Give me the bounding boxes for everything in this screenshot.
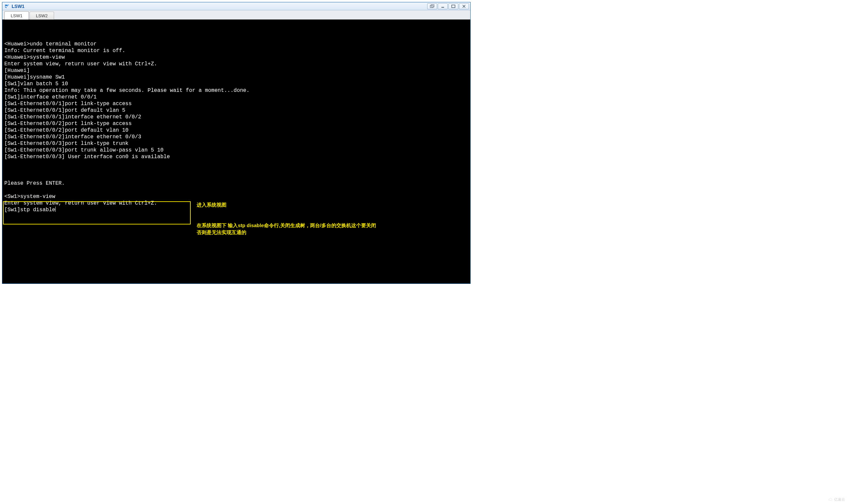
terminal-line	[4, 167, 468, 174]
terminal-line	[4, 174, 468, 180]
terminal-line: Info: This operation may take a few seco…	[4, 87, 468, 94]
annotation-enter-system-view: 进入系统视图	[197, 202, 227, 208]
terminal-line: [Huawei]sysname Sw1	[4, 74, 468, 80]
terminal-line: [Sw1-Ethernet0/0/1]port default vlan 5	[4, 107, 468, 114]
detach-button[interactable]	[427, 3, 437, 9]
terminal-line: Enter system view, return user view with…	[4, 200, 468, 206]
terminal-line	[4, 187, 468, 193]
terminal-line: <Huawei>undo terminal monitor	[4, 41, 468, 48]
svg-rect-3	[441, 7, 444, 7]
terminal-line: [Sw1]vlan batch 5 10	[4, 80, 468, 87]
maximize-button[interactable]	[448, 3, 458, 9]
tab-lsw2[interactable]: LSW2	[30, 12, 54, 20]
terminal-line: [Sw1]interface ethernet 0/0/1	[4, 94, 468, 101]
close-button[interactable]	[459, 3, 469, 9]
terminal-line: [Sw1]stp disable	[4, 206, 468, 213]
title-bar[interactable]: LSW1	[2, 2, 470, 10]
terminal-line: [Sw1-Ethernet0/0/2]interface ethernet 0/…	[4, 133, 468, 140]
tab-label: LSW2	[36, 13, 48, 18]
terminal-line: <Sw1>system-view	[4, 193, 468, 200]
watermark-text: 亿速云	[834, 497, 845, 502]
terminal-line: [Sw1-Ethernet0/0/1]port link-type access	[4, 101, 468, 107]
app-icon	[4, 4, 10, 9]
cloud-icon	[828, 497, 833, 502]
terminal-line: [Sw1-Ethernet0/0/3] User interface con0 …	[4, 154, 468, 160]
window-controls	[427, 3, 469, 9]
terminal-line: <Huawei>system-view	[4, 54, 468, 61]
svg-rect-2	[431, 5, 434, 7]
terminal-line: Info: Current terminal monitor is off.	[4, 48, 468, 54]
terminal-line: Enter system view, return user view with…	[4, 61, 468, 67]
window-title: LSW1	[12, 4, 24, 9]
terminal-line: [Sw1-Ethernet0/0/1]interface ethernet 0/…	[4, 114, 468, 120]
terminal-line: [Sw1-Ethernet0/0/2]port link-type access	[4, 120, 468, 127]
minimize-button[interactable]	[438, 3, 448, 9]
watermark: 亿速云	[828, 497, 845, 502]
annotation-stp-disable-note: 在系统视图下 输入stp disable命令行,关闭生成树，两台/多台的交换机这…	[197, 222, 376, 236]
terminal-output[interactable]: <Huawei>undo terminal monitorInfo: Curre…	[2, 20, 470, 284]
app-window: LSW1 LSW1 LSW2	[2, 2, 471, 284]
svg-rect-1	[430, 5, 433, 7]
terminal-line: Please Press ENTER.	[4, 180, 468, 187]
tab-label: LSW1	[11, 13, 22, 18]
terminal-line: [Sw1-Ethernet0/0/3]port trunk allow-pass…	[4, 147, 468, 154]
tab-strip: LSW1 LSW2	[2, 10, 470, 20]
svg-point-0	[7, 4, 9, 6]
tab-lsw1[interactable]: LSW1	[4, 11, 29, 20]
terminal-line: [Sw1-Ethernet0/0/3]port link-type trunk	[4, 140, 468, 147]
svg-rect-4	[452, 5, 455, 7]
text-cursor	[55, 206, 56, 212]
terminal-line	[4, 160, 468, 167]
terminal-line: [Huawei]	[4, 67, 468, 74]
terminal-line: [Sw1-Ethernet0/0/2]port default vlan 10	[4, 127, 468, 133]
